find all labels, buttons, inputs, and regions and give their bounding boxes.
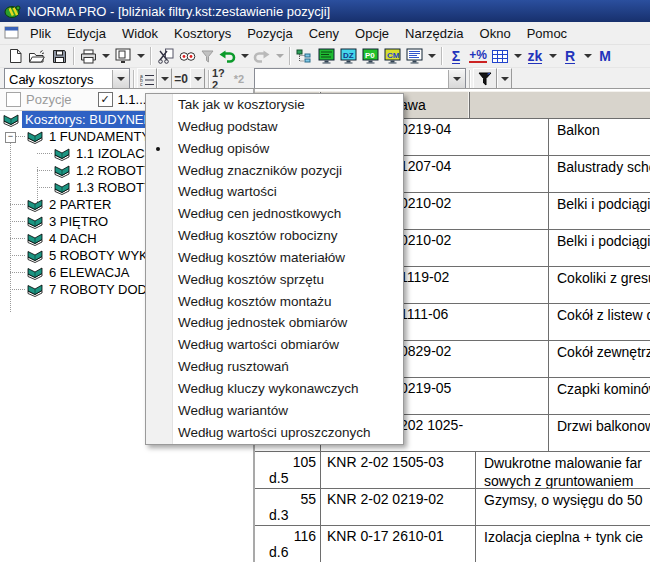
r-button[interactable]: R	[559, 46, 581, 66]
menu-item-label: Według wartości	[178, 184, 277, 199]
dzial-value: d.6	[255, 544, 320, 560]
menu-item[interactable]: Według podstaw	[146, 116, 403, 138]
cell-opis: Belki i podciągi, stos.des	[549, 230, 650, 266]
new-document-button[interactable]	[4, 46, 26, 66]
lp-value: 116	[255, 528, 320, 544]
opis-line: Gzymsy, o wysięgu do 50	[484, 491, 650, 509]
sort-mode-dropdown[interactable]	[157, 68, 172, 90]
book-icon	[53, 163, 71, 178]
table-row[interactable]: 55 d.3 KNR 2-02 0219-02 Gzymsy, o wysięg…	[255, 489, 650, 526]
menubar-item-8[interactable]: Narzędzia	[397, 24, 472, 43]
document-window-icon[interactable]	[4, 26, 20, 40]
check-icon: ✓	[100, 93, 109, 106]
redo-dropdown-disabled[interactable]	[273, 46, 286, 66]
undo-dropdown[interactable]	[238, 46, 251, 66]
view-list-button[interactable]	[403, 46, 425, 66]
menubar-item-9[interactable]: Okno	[472, 24, 519, 43]
title-bar[interactable]: NORMA PRO - [bliźniak filtry.kst:zestawi…	[0, 0, 650, 22]
scope-combobox[interactable]: Cały kosztorys	[4, 68, 130, 90]
menu-item[interactable]: Według rusztowań	[146, 356, 403, 378]
view-norms-button[interactable]	[315, 46, 337, 66]
monitor-dz-icon: DZ	[340, 48, 357, 64]
find-button[interactable]	[176, 46, 198, 66]
menubar-item-1[interactable]: Plik	[22, 24, 59, 43]
menu-item[interactable]: Według kluczy wykonawczych	[146, 378, 403, 400]
menubar-item-10[interactable]: Pomoc	[519, 24, 575, 43]
sum-button[interactable]: Σ	[445, 46, 467, 66]
menu-item[interactable]: Według kosztów materiałów	[146, 247, 403, 269]
sort-dropdown[interactable]	[546, 46, 559, 66]
book-icon	[26, 248, 44, 263]
menu-item[interactable]: Według jednostek obmiarów	[146, 312, 403, 334]
print-preview-button[interactable]	[112, 46, 134, 66]
sort-mode-button[interactable]: abc	[137, 68, 157, 90]
print-preview-dropdown[interactable]	[134, 46, 147, 66]
binoculars-icon	[179, 50, 196, 63]
menu-item[interactable]: Według kosztów montażu	[146, 291, 403, 313]
filter-button-disabled[interactable]	[198, 46, 216, 66]
renumber-disabled-button[interactable]: *2	[230, 69, 248, 89]
menu-item[interactable]: Według wartości obmiarów	[146, 334, 403, 356]
print-dropdown[interactable]	[99, 46, 112, 66]
menu-item[interactable]: Według cen jednostkowych	[146, 203, 403, 225]
table-row[interactable]: 105 d.5 KNR 2-02 1505-03 Dwukrotne malow…	[255, 452, 650, 489]
r-dropdown[interactable]	[581, 46, 594, 66]
menubar-item-2[interactable]: Edycja	[59, 24, 114, 43]
menu-item[interactable]: Według wartości uproszczonych	[146, 422, 403, 444]
apply-filter-button[interactable]	[473, 68, 497, 90]
scope-combo-arrow[interactable]	[112, 70, 129, 88]
menu-item[interactable]: Według opisów	[146, 138, 403, 160]
chevron-down-icon	[549, 54, 557, 58]
cell-podstawa: KNR 0-17 2610-01	[321, 526, 476, 562]
menu-item[interactable]: Tak jak w kosztorysie	[146, 94, 403, 116]
menu-item-label: Według wariantów	[178, 403, 288, 418]
m-button[interactable]: M	[594, 46, 616, 66]
menu-item[interactable]: Według kosztów robocizny	[146, 225, 403, 247]
cell-lp: 116 d.6	[255, 526, 321, 562]
pozycje-checkbox-group[interactable]: Pozycje	[6, 92, 72, 107]
menubar-item-6[interactable]: Ceny	[301, 24, 347, 43]
undo-button[interactable]	[216, 46, 238, 66]
pozycje-checkbox[interactable]	[6, 92, 21, 107]
grid-button[interactable]	[489, 46, 511, 66]
pozycje-label: Pozycje	[26, 92, 72, 107]
expand-collapse-icon[interactable]: −	[5, 132, 16, 143]
menubar-item-7[interactable]: Opcje	[347, 24, 397, 43]
sort-button[interactable]: zk	[524, 46, 546, 66]
range-checkbox[interactable]: ✓	[98, 92, 113, 107]
toolbar-separator	[133, 70, 134, 88]
tree-view-button[interactable]	[293, 46, 315, 66]
search-combobox[interactable]	[254, 68, 466, 90]
menu-item[interactable]: Według kosztów sprzętu	[146, 269, 403, 291]
monitor-list-icon	[406, 48, 423, 64]
open-folder-icon	[28, 49, 46, 64]
menu-item[interactable]: Według wartości	[146, 181, 403, 203]
save-button[interactable]	[48, 46, 70, 66]
menu-item-label: Według jednostek obmiarów	[178, 315, 347, 330]
menu-item[interactable]: Według znaczników pozycji	[146, 160, 403, 182]
apply-filter-dropdown[interactable]	[497, 68, 512, 90]
menubar-item-3[interactable]: Widok	[114, 24, 166, 43]
open-button[interactable]	[26, 46, 48, 66]
renumber-button[interactable]: 1?2	[212, 69, 230, 89]
chevron-down-icon	[501, 77, 509, 81]
view-list-dropdown[interactable]	[425, 46, 438, 66]
redo-button-disabled[interactable]	[251, 46, 273, 66]
menu-item[interactable]: Według wariantów	[146, 400, 403, 422]
grid-dropdown[interactable]	[511, 46, 524, 66]
cut-button[interactable]	[154, 46, 176, 66]
view-cm-button[interactable]: CM	[381, 46, 403, 66]
search-combo-arrow[interactable]	[448, 70, 465, 88]
menubar-item-5[interactable]: Pozycja	[239, 24, 301, 43]
chevron-down-icon	[117, 77, 125, 81]
zero-filter-button[interactable]: =0	[172, 69, 190, 89]
column-header-opis[interactable]	[470, 92, 650, 118]
menubar-item-4[interactable]: Kosztorys	[166, 24, 239, 43]
print-button[interactable]	[77, 46, 99, 66]
view-dz-button[interactable]: DZ	[337, 46, 359, 66]
main-toolbar: DZ P0 CM Σ +% zk R M	[0, 45, 650, 68]
percent-button[interactable]: +%	[467, 46, 489, 66]
table-row[interactable]: 116 d.6 KNR 0-17 2610-01 Izolacja ciepln…	[255, 526, 650, 562]
view-po-button[interactable]: P0	[359, 46, 381, 66]
zero-filter-dropdown[interactable]	[190, 68, 205, 90]
